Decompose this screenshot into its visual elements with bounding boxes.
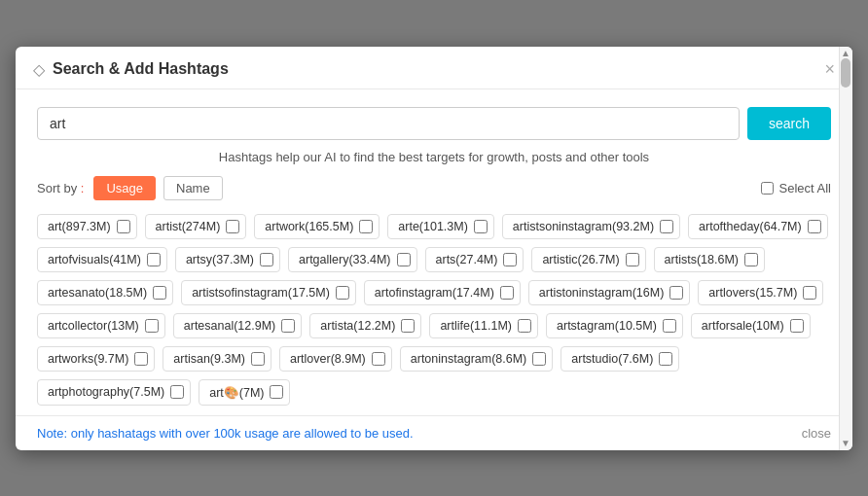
tag-label: artlovers(15.7M) [708, 286, 797, 300]
tag-checkbox[interactable] [359, 220, 373, 233]
tag-checkbox[interactable] [518, 319, 531, 333]
help-text: Hashtags help our AI to find the best ta… [37, 150, 831, 164]
tag-item[interactable]: artsy(37.3M) [175, 247, 280, 272]
tag-label: artgallery(33.4M) [299, 253, 390, 266]
sort-by-usage-button[interactable]: Usage [93, 176, 156, 200]
tag-label: artists(18.6M) [665, 253, 739, 266]
tag-label: art(897.3M) [48, 220, 111, 233]
tag-label: artstudio(7.6M) [571, 352, 653, 366]
tag-label: artofinstagram(17.4M) [375, 286, 494, 300]
modal-container: ▲ ▼ ◇ Search & Add Hashtags × search Has… [16, 47, 852, 450]
modal-close-button[interactable]: × [824, 60, 835, 78]
tag-label: artistoninstagram(16M) [539, 286, 665, 300]
tag-checkbox[interactable] [147, 253, 161, 266]
tag-item[interactable]: artstagram(10.5M) [546, 313, 683, 338]
tag-checkbox[interactable] [260, 253, 273, 266]
scrollbar-track: ▲ ▼ [839, 47, 852, 450]
tag-item[interactable]: artofvisuals(41M) [37, 247, 167, 272]
scrollbar-thumb[interactable] [841, 58, 850, 88]
tag-label: artlover(8.9M) [290, 352, 366, 366]
modal-title: Search & Add Hashtags [53, 60, 229, 78]
tag-label: artsy(37.3M) [186, 253, 254, 266]
sort-by-name-button[interactable]: Name [163, 176, 223, 200]
sort-colon: : [77, 181, 84, 195]
tag-checkbox[interactable] [336, 286, 349, 300]
search-button[interactable]: search [747, 107, 831, 140]
tag-checkbox[interactable] [401, 319, 415, 333]
tag-item[interactable]: artcollector(13M) [37, 313, 165, 338]
tag-item[interactable]: artistsofinstagram(17.5M) [181, 280, 356, 305]
tag-label: arts(27.4M) [436, 253, 498, 266]
tag-item[interactable]: artlover(8.9M) [279, 346, 392, 372]
tag-checkbox[interactable] [170, 385, 184, 399]
search-row: search [37, 107, 831, 140]
tag-checkbox[interactable] [251, 352, 265, 366]
tag-checkbox[interactable] [474, 220, 488, 233]
tag-checkbox[interactable] [153, 286, 166, 300]
tag-checkbox[interactable] [790, 319, 804, 333]
tag-checkbox[interactable] [532, 352, 546, 366]
tag-item[interactable]: artlife(11.1M) [429, 313, 538, 338]
tag-label: artforsale(10M) [702, 319, 784, 333]
tag-item[interactable]: arte(101.3M) [387, 214, 494, 239]
tag-item[interactable]: art🎨(7M) [199, 379, 290, 406]
tag-checkbox[interactable] [659, 352, 672, 366]
tag-checkbox[interactable] [808, 220, 821, 233]
tag-label: art🎨(7M) [209, 385, 264, 400]
tag-checkbox[interactable] [270, 385, 283, 399]
footer-note: Note: only hashatags with over 100k usag… [37, 426, 414, 441]
tag-checkbox[interactable] [660, 220, 673, 233]
tag-checkbox[interactable] [397, 253, 411, 266]
tag-item[interactable]: artista(12.2M) [309, 313, 421, 338]
tag-item[interactable]: artoninstagram(8.6M) [400, 346, 554, 372]
modal-header: ◇ Search & Add Hashtags × [16, 47, 852, 89]
tag-checkbox[interactable] [663, 319, 676, 333]
tag-checkbox[interactable] [626, 253, 639, 266]
tag-item[interactable]: art(897.3M) [37, 214, 137, 239]
tag-checkbox[interactable] [669, 286, 683, 300]
tag-item[interactable]: artist(274M) [145, 214, 247, 239]
tag-item[interactable]: artesanal(12.9M) [173, 313, 303, 338]
tag-item[interactable]: artistoninstagram(16M) [528, 280, 691, 305]
tag-label: artstagram(10.5M) [557, 319, 657, 333]
tag-item[interactable]: artworks(9.7M) [37, 346, 155, 372]
tag-item[interactable]: arts(27.4M) [425, 247, 524, 272]
scrollbar-arrow-down[interactable]: ▼ [839, 437, 852, 450]
tag-checkbox[interactable] [145, 319, 159, 333]
tag-item[interactable]: artgallery(33.4M) [288, 247, 416, 272]
tag-label: artofvisuals(41M) [48, 253, 141, 266]
tag-item[interactable]: artists(18.6M) [654, 247, 765, 272]
tag-label: artesanal(12.9M) [184, 319, 276, 333]
tag-item[interactable]: artphotography(7.5M) [37, 379, 191, 406]
footer-close-button[interactable]: close [802, 426, 831, 441]
tag-item[interactable]: artofinstagram(17.4M) [364, 280, 521, 305]
select-all-checkbox[interactable] [761, 182, 774, 195]
tag-item[interactable]: artistic(26.7M) [531, 247, 645, 272]
tag-label: artwork(165.5M) [265, 220, 353, 233]
tag-item[interactable]: artoftheday(64.7M) [688, 214, 828, 239]
tag-item[interactable]: artforsale(10M) [691, 313, 811, 338]
tag-checkbox[interactable] [134, 352, 148, 366]
tag-item[interactable]: artisan(9.3M) [163, 346, 271, 372]
tag-item[interactable]: artistsoninstagram(93.2M) [502, 214, 680, 239]
tag-checkbox[interactable] [500, 286, 514, 300]
modal-footer: Note: only hashatags with over 100k usag… [16, 415, 852, 450]
tag-item[interactable]: artwork(165.5M) [254, 214, 380, 239]
tag-label: artoftheday(64.7M) [699, 220, 802, 233]
tag-label: artisan(9.3M) [173, 352, 245, 366]
search-input[interactable] [37, 107, 740, 140]
tag-label: artcollector(13M) [48, 319, 139, 333]
tag-checkbox[interactable] [226, 220, 239, 233]
tag-checkbox[interactable] [372, 352, 385, 366]
tag-checkbox[interactable] [281, 319, 295, 333]
tag-item[interactable]: artesanato(18.5M) [37, 280, 173, 305]
tag-checkbox[interactable] [117, 220, 130, 233]
sort-left: Sort by : Usage Name [37, 176, 223, 200]
tag-checkbox[interactable] [803, 286, 816, 300]
tag-checkbox[interactable] [744, 253, 758, 266]
tag-label: artesanato(18.5M) [48, 286, 147, 300]
sort-row: Sort by : Usage Name Select All [37, 176, 831, 200]
tag-checkbox[interactable] [503, 253, 517, 266]
tag-item[interactable]: artstudio(7.6M) [561, 346, 679, 372]
tag-item[interactable]: artlovers(15.7M) [698, 280, 823, 305]
